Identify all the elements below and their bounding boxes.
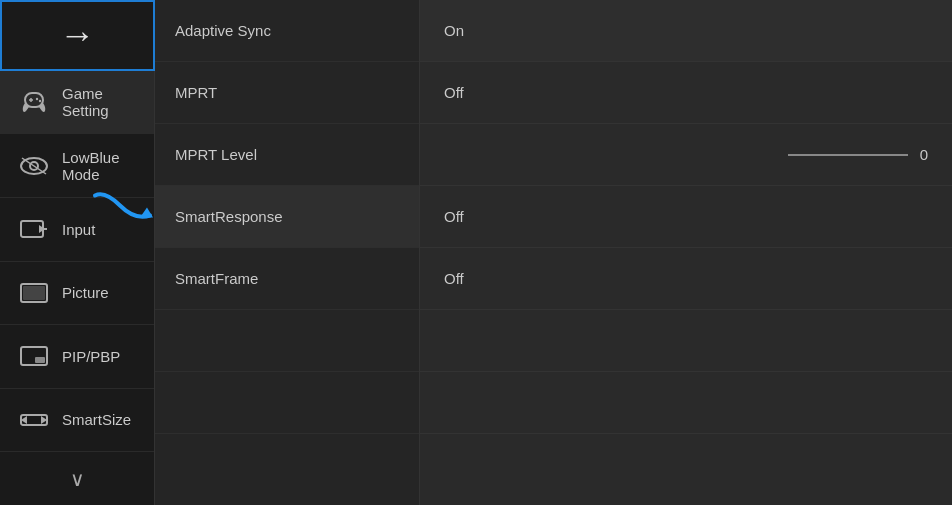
- back-arrow-icon: →: [60, 14, 96, 56]
- svg-point-3: [36, 98, 38, 100]
- value-mprt-text: Off: [444, 84, 464, 101]
- sidebar-item-label-input: Input: [62, 221, 95, 238]
- picture-icon: [16, 275, 52, 311]
- submenu-item-mprt-level[interactable]: MPRT Level: [155, 124, 419, 186]
- sidebar-item-label-game-setting: Game Setting: [62, 85, 138, 119]
- sidebar-item-game-setting[interactable]: Game Setting: [0, 71, 154, 135]
- submenu-item-empty-1: [155, 310, 419, 372]
- submenu-item-smartresponse[interactable]: SmartResponse: [155, 186, 419, 248]
- submenu-item-empty-2: [155, 372, 419, 434]
- nav-more-button[interactable]: ∨: [0, 452, 154, 505]
- sidebar-item-lowblue-mode[interactable]: LowBlue Mode: [0, 134, 154, 198]
- value-smartframe-text: Off: [444, 270, 464, 287]
- sidebar-item-input[interactable]: Input: [0, 198, 154, 262]
- submenu-label-mprt: MPRT: [175, 84, 217, 101]
- submenu-panel: Adaptive Sync MPRT MPRT Level SmartRespo…: [155, 0, 420, 505]
- sidebar-item-label-pip: PIP/PBP: [62, 348, 120, 365]
- sidebar-item-smartsize[interactable]: SmartSize: [0, 389, 154, 453]
- submenu-label-mprt-level: MPRT Level: [175, 146, 257, 163]
- value-smartresponse: Off: [420, 186, 952, 248]
- value-adaptive-sync: On: [420, 0, 952, 62]
- left-navigation: → Game Setting LowBlue Mo: [0, 0, 155, 505]
- eye-icon: [16, 148, 52, 184]
- value-mprt-level-text: 0: [920, 146, 928, 163]
- value-smartframe: Off: [420, 248, 952, 310]
- smartsize-icon: [16, 402, 52, 438]
- gamepad-icon: [16, 84, 52, 120]
- slider-container: 0: [444, 146, 928, 163]
- value-mprt-level: 0: [420, 124, 952, 186]
- svg-point-4: [39, 100, 41, 102]
- submenu-label-smartframe: SmartFrame: [175, 270, 258, 287]
- sidebar-item-label-lowblue: LowBlue Mode: [62, 149, 138, 183]
- svg-rect-12: [23, 286, 45, 300]
- value-adaptive-sync-text: On: [444, 22, 464, 39]
- back-button[interactable]: →: [0, 0, 155, 71]
- values-panel: On Off 0 Off Off: [420, 0, 952, 505]
- submenu-label-adaptive-sync: Adaptive Sync: [175, 22, 271, 39]
- sidebar-item-picture[interactable]: Picture: [0, 262, 154, 326]
- sidebar-item-label-picture: Picture: [62, 284, 109, 301]
- value-smartresponse-text: Off: [444, 208, 464, 225]
- submenu-item-mprt[interactable]: MPRT: [155, 62, 419, 124]
- value-mprt: Off: [420, 62, 952, 124]
- submenu-item-adaptive-sync[interactable]: Adaptive Sync: [155, 0, 419, 62]
- input-icon: [16, 211, 52, 247]
- value-empty-2: [420, 372, 952, 434]
- sidebar-item-label-smartsize: SmartSize: [62, 411, 131, 428]
- submenu-label-smartresponse: SmartResponse: [175, 208, 283, 225]
- slider-track: [788, 154, 908, 156]
- submenu-item-smartframe[interactable]: SmartFrame: [155, 248, 419, 310]
- svg-rect-14: [35, 357, 45, 363]
- sidebar-item-pip-pbp[interactable]: PIP/PBP: [0, 325, 154, 389]
- pip-icon: [16, 338, 52, 374]
- value-empty-1: [420, 310, 952, 372]
- chevron-down-icon: ∨: [70, 467, 85, 491]
